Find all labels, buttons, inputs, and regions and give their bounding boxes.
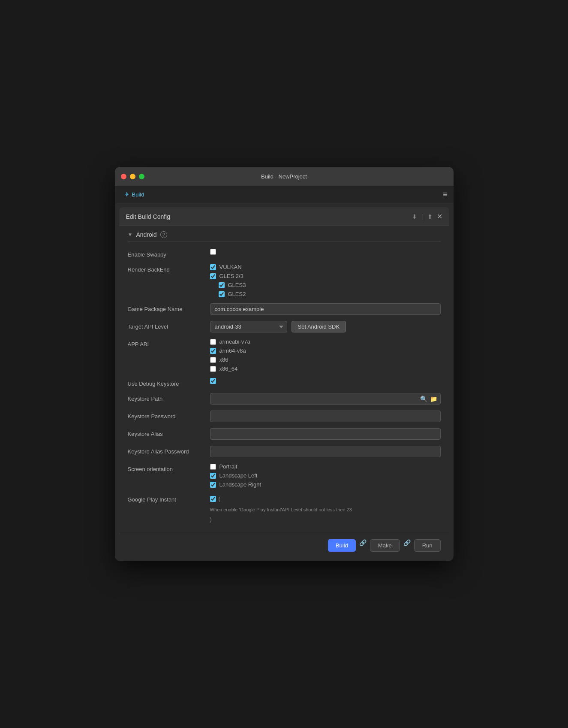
keystore-password-label: Keystore Password bbox=[128, 411, 205, 420]
keystore-alias-row: Keystore Alias bbox=[128, 428, 441, 440]
google-play-open-paren: ( bbox=[219, 495, 220, 502]
import-icon[interactable]: ⬇ bbox=[412, 213, 417, 220]
landscape-left-row: Landscape Left bbox=[210, 472, 441, 479]
x86-row: x86 bbox=[210, 356, 441, 363]
google-play-instant-controls: ( When enable 'Google Play Instant'API L… bbox=[210, 494, 441, 523]
send-icon: ✈ bbox=[124, 191, 129, 198]
toolbar: ✈ Build ≡ bbox=[115, 186, 454, 203]
vulkan-label: VULKAN bbox=[219, 264, 242, 270]
search-icon[interactable]: 🔍 bbox=[420, 396, 427, 402]
screen-orientation-row: Screen orientation Portrait Landscape Le… bbox=[128, 463, 441, 488]
panel-title: Edit Build Config bbox=[126, 213, 171, 220]
x86-64-label: x86_64 bbox=[219, 366, 238, 372]
keystore-alias-controls bbox=[210, 428, 441, 440]
titlebar: Build - NewProject bbox=[115, 167, 454, 186]
vulkan-row: VULKAN bbox=[210, 264, 441, 270]
use-debug-keystore-row: Use Debug Keystore bbox=[128, 378, 441, 387]
folder-icon[interactable]: 📁 bbox=[430, 396, 437, 402]
make-button[interactable]: Make bbox=[370, 539, 400, 552]
keystore-alias-password-controls bbox=[210, 446, 441, 457]
gles2-checkbox[interactable] bbox=[219, 291, 225, 297]
keystore-password-row: Keystore Password bbox=[128, 411, 441, 422]
game-package-name-label: Game Package Name bbox=[128, 303, 205, 312]
armeabi-v7a-checkbox[interactable] bbox=[210, 339, 216, 345]
gles3-label: GLES3 bbox=[228, 282, 246, 288]
arm64-v8a-checkbox[interactable] bbox=[210, 348, 216, 354]
enable-swappy-checkbox-row bbox=[210, 249, 441, 255]
use-debug-keystore-checkbox[interactable] bbox=[210, 378, 216, 384]
keystore-password-input[interactable] bbox=[210, 411, 441, 422]
maximize-traffic-light[interactable] bbox=[139, 174, 144, 179]
export-icon[interactable]: ⬆ bbox=[427, 213, 433, 220]
set-android-sdk-button[interactable]: Set Android SDK bbox=[292, 321, 346, 332]
x86-label: x86 bbox=[219, 356, 228, 363]
panel-footer: Build 🔗 Make 🔗 Run bbox=[119, 534, 449, 557]
use-debug-keystore-label: Use Debug Keystore bbox=[128, 378, 205, 387]
target-api-level-select-wrapper: android-33 android-32 android-31 android… bbox=[210, 321, 441, 332]
portrait-label: Portrait bbox=[219, 463, 237, 470]
section-chevron[interactable]: ▼ bbox=[128, 232, 133, 238]
make-link-icon[interactable]: 🔗 bbox=[403, 539, 411, 552]
gles2-row: GLES2 bbox=[219, 291, 441, 297]
landscape-left-checkbox[interactable] bbox=[210, 473, 216, 479]
use-debug-keystore-controls bbox=[210, 378, 441, 384]
close-traffic-light[interactable] bbox=[121, 174, 126, 179]
build-link-icon[interactable]: 🔗 bbox=[359, 539, 367, 552]
minimize-traffic-light[interactable] bbox=[130, 174, 135, 179]
arm64-v8a-label: arm64-v8a bbox=[219, 347, 246, 354]
build-tab[interactable]: ✈ Build bbox=[121, 189, 148, 199]
gles2-label: GLES2 bbox=[228, 291, 246, 297]
form-container: ▼ Android ? Enable Swappy Render BackEnd bbox=[128, 231, 441, 529]
gles23-checkbox[interactable] bbox=[210, 273, 216, 279]
gles3-row: GLES3 bbox=[219, 282, 441, 288]
keystore-path-icons: 🔍 📁 bbox=[420, 396, 437, 402]
game-package-name-input[interactable] bbox=[210, 303, 441, 315]
keystore-path-label: Keystore Path bbox=[128, 393, 205, 402]
gles23-row: GLES 2/3 bbox=[210, 273, 441, 279]
keystore-alias-input[interactable] bbox=[210, 428, 441, 440]
landscape-left-label: Landscape Left bbox=[219, 472, 258, 479]
landscape-right-row: Landscape Right bbox=[210, 481, 441, 488]
google-play-instant-checkbox[interactable] bbox=[210, 496, 216, 502]
target-api-level-row: Target API Level android-33 android-32 a… bbox=[128, 321, 441, 332]
portrait-checkbox[interactable] bbox=[210, 464, 216, 470]
vulkan-checkbox[interactable] bbox=[210, 264, 216, 270]
screen-orientation-controls: Portrait Landscape Left Landscape Right bbox=[210, 463, 441, 488]
keystore-alias-password-input[interactable] bbox=[210, 446, 441, 457]
landscape-right-label: Landscape Right bbox=[219, 481, 261, 488]
panel-header-icons: ⬇ | ⬆ ✕ bbox=[412, 212, 442, 221]
x86-64-checkbox[interactable] bbox=[210, 366, 216, 372]
enable-swappy-row: Enable Swappy bbox=[128, 249, 441, 258]
header-divider: | bbox=[421, 213, 423, 220]
google-play-instant-label: Google Play Instant bbox=[128, 494, 205, 503]
render-backend-row: Render BackEnd VULKAN GLES 2/3 GLES3 bbox=[128, 264, 441, 297]
gles3-checkbox[interactable] bbox=[219, 282, 225, 288]
armeabi-v7a-label: armeabi-v7a bbox=[219, 338, 250, 345]
target-api-level-select[interactable]: android-33 android-32 android-31 android… bbox=[210, 321, 287, 332]
arm64-v8a-row: arm64-v8a bbox=[210, 347, 441, 354]
build-button[interactable]: Build bbox=[328, 539, 356, 552]
use-debug-keystore-checkbox-row bbox=[210, 378, 441, 384]
landscape-right-checkbox[interactable] bbox=[210, 482, 216, 488]
enable-swappy-checkbox[interactable] bbox=[210, 249, 216, 255]
app-abi-label: APP ABI bbox=[128, 338, 205, 347]
x86-checkbox[interactable] bbox=[210, 357, 216, 363]
target-api-level-label: Target API Level bbox=[128, 321, 205, 330]
android-section-header: ▼ Android ? bbox=[128, 231, 441, 242]
enable-swappy-controls bbox=[210, 249, 441, 255]
keystore-path-input[interactable] bbox=[210, 393, 441, 405]
target-api-level-controls: android-33 android-32 android-31 android… bbox=[210, 321, 441, 332]
render-backend-controls: VULKAN GLES 2/3 GLES3 GLES2 bbox=[210, 264, 441, 297]
google-play-note: When enable 'Google Play Instant'API Lev… bbox=[210, 506, 441, 514]
run-button[interactable]: Run bbox=[414, 539, 441, 552]
keystore-path-input-wrapper: 🔍 📁 bbox=[210, 393, 441, 405]
close-button[interactable]: ✕ bbox=[437, 212, 442, 221]
main-window: Build - NewProject ✈ Build ≡ Edit Build … bbox=[115, 167, 454, 561]
google-play-close-paren: ) bbox=[210, 516, 441, 523]
app-abi-controls: armeabi-v7a arm64-v8a x86 x86_64 bbox=[210, 338, 441, 372]
traffic-lights bbox=[121, 174, 144, 179]
build-tab-label: Build bbox=[132, 191, 144, 198]
menu-icon[interactable]: ≡ bbox=[443, 190, 448, 199]
portrait-row: Portrait bbox=[210, 463, 441, 470]
help-icon[interactable]: ? bbox=[160, 231, 167, 238]
